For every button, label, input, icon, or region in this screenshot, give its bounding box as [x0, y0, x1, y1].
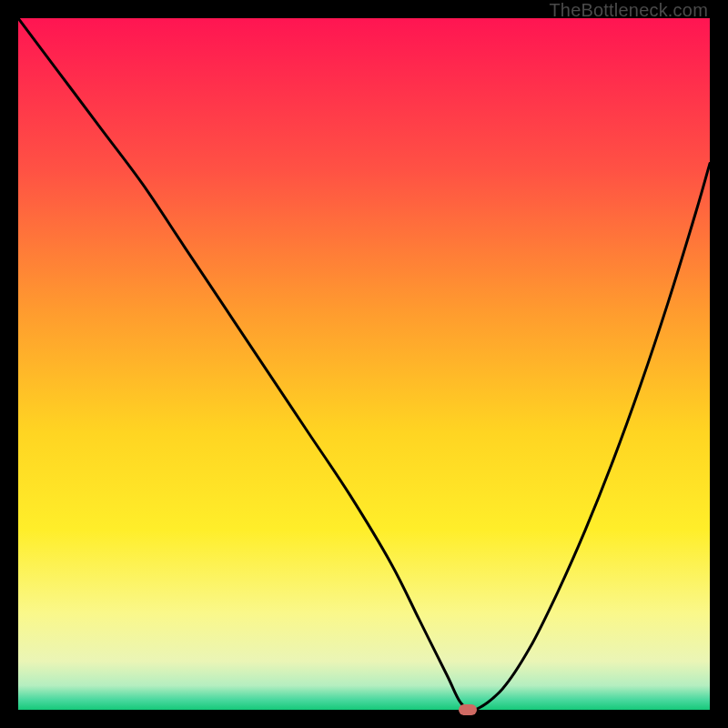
- plot-area: [18, 18, 710, 710]
- curve-layer: [18, 18, 710, 710]
- bottleneck-curve: [18, 18, 710, 710]
- chart-stage: TheBottleneck.com: [0, 0, 728, 728]
- minimum-marker: [459, 704, 477, 715]
